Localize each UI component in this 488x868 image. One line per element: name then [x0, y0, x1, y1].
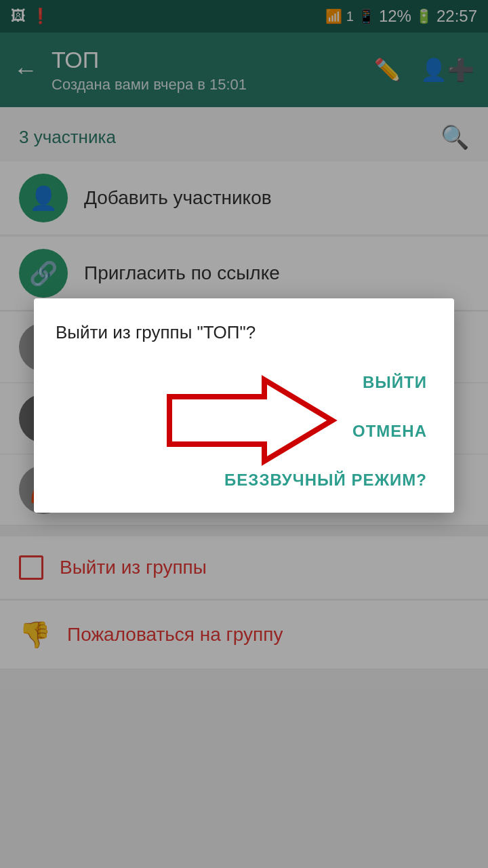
exit-dialog: Выйти из группы "ТОП"? ВЫЙТИ ОТМЕНА БЕЗЗ… [34, 298, 454, 513]
dialog-title: Выйти из группы "ТОП"? [56, 320, 432, 344]
exit-confirm-button[interactable]: ВЫЙТИ [56, 358, 432, 407]
silent-mode-button[interactable]: БЕЗЗВУЧНЫЙ РЕЖИМ? [56, 456, 432, 505]
cancel-button[interactable]: ОТМЕНА [56, 407, 432, 456]
dialog-buttons: ВЫЙТИ ОТМЕНА БЕЗЗВУЧНЫЙ РЕЖИМ? [56, 358, 432, 505]
